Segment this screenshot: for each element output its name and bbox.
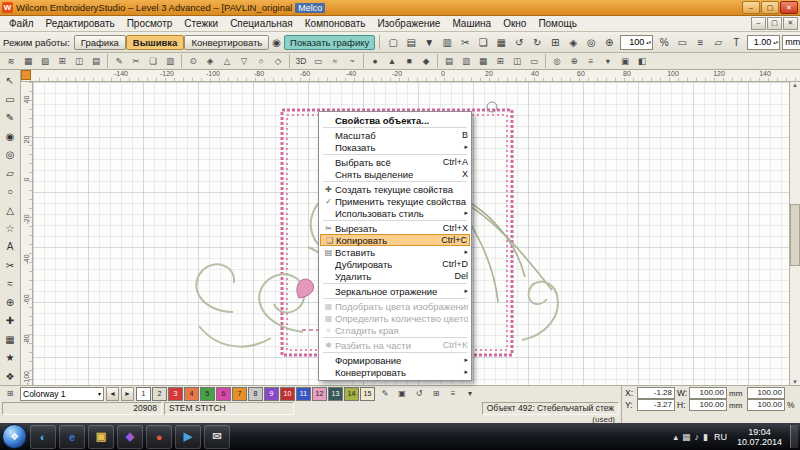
toolbar2-icon-37[interactable]: ⊕ [566, 54, 582, 69]
tool-icon-9[interactable]: A [1, 238, 20, 255]
menu-Компоновать[interactable]: Компоновать [299, 16, 372, 31]
color-chip-1[interactable]: 1 [136, 387, 151, 401]
mdi-close-button[interactable]: ✕ [783, 17, 798, 30]
toolbar2-icon-9[interactable]: ❏ [145, 54, 161, 69]
tray-icon-3[interactable]: ▮ [703, 432, 708, 442]
palette-icon-1[interactable]: ▣ [394, 386, 410, 401]
palette-grid-icon[interactable]: ⊞ [2, 386, 18, 401]
taskbar-app-icon-1[interactable]: e [59, 425, 85, 449]
toolbar2-icon-17[interactable]: ◇ [270, 54, 286, 69]
toolbar2-icon-39[interactable]: ▾ [600, 54, 616, 69]
unit-select[interactable]: mm ▾ [782, 35, 800, 50]
toolbar-icon-b4[interactable]: Т [727, 34, 745, 51]
toolbar2-icon-26[interactable]: ■ [401, 54, 417, 69]
menu-Специальная[interactable]: Специальная [224, 16, 299, 31]
context-menu-item[interactable]: Формирование▸ [320, 354, 470, 366]
taskbar-app-icon-3[interactable]: ◆ [117, 425, 143, 449]
color-chip-11[interactable]: 11 [296, 387, 311, 401]
color-chip-14[interactable]: 14 [344, 387, 359, 401]
menu-Машина[interactable]: Машина [446, 16, 497, 31]
color-chip-15[interactable]: 15 [360, 387, 375, 401]
toolbar-icon-a4[interactable]: ✂ [456, 34, 474, 51]
color-chip-13[interactable]: 13 [328, 387, 343, 401]
tool-icon-6[interactable]: ○ [1, 183, 20, 200]
toolbar2-icon-20[interactable]: ▭ [310, 54, 326, 69]
context-menu-item[interactable]: ▤Вставить▸ [320, 246, 470, 258]
toolbar-icon-a1[interactable]: ▤ [402, 34, 420, 51]
palette-next-button[interactable]: ► [121, 387, 134, 401]
taskbar-app-icon-0[interactable]: ◐ [30, 425, 56, 449]
tool-icon-3[interactable]: ◉ [1, 127, 20, 144]
menu-Изображение[interactable]: Изображение [371, 16, 446, 31]
toolbar2-icon-33[interactable]: ◫ [509, 54, 525, 69]
menu-Стежки[interactable]: Стежки [178, 16, 224, 31]
toolbar-icon-a11[interactable]: ◎ [582, 34, 600, 51]
context-menu-item[interactable]: МасштабB [320, 129, 470, 141]
tool-icon-2[interactable]: ✎ [1, 109, 20, 126]
toolbar2-icon-2[interactable]: ▧ [37, 54, 53, 69]
toolbar-icon-a10[interactable]: ◈ [564, 34, 582, 51]
colorway-select[interactable]: Colorway 1 ▾ [20, 387, 104, 401]
toolbar2-icon-29[interactable]: ▤ [441, 54, 457, 69]
tray-icon-2[interactable]: ♪ [695, 432, 700, 442]
toolbar2-icon-4[interactable]: ◫ [71, 54, 87, 69]
palette-icon-2[interactable]: ↺ [411, 386, 427, 401]
scroll-up-icon[interactable]: ▲ [792, 82, 798, 88]
toolbar2-icon-24[interactable]: ● [367, 54, 383, 69]
context-menu-item[interactable]: Снять выделениеX [320, 168, 470, 180]
mode-button-Конвертировать[interactable]: Конвертировать [184, 35, 269, 50]
context-menu-item[interactable]: Выбрать всёCtrl+A [320, 156, 470, 168]
tool-icon-10[interactable]: ✂ [1, 257, 20, 274]
toolbar2-icon-32[interactable]: ⊞ [492, 54, 508, 69]
minimize-button[interactable]: – [742, 1, 760, 14]
scroll-down-icon[interactable]: ▼ [792, 379, 798, 385]
design-view-icon[interactable]: ◉ [271, 34, 282, 51]
toolbar2-icon-3[interactable]: ⊞ [54, 54, 70, 69]
context-menu-item[interactable]: Зеркальное отражение▸ [320, 285, 470, 297]
tool-icon-5[interactable]: ▱ [1, 164, 20, 181]
mdi-minimize-button[interactable]: – [751, 17, 766, 30]
palette-icon-0[interactable]: ✎ [377, 386, 393, 401]
taskbar-app-icon-5[interactable]: ▶ [175, 425, 201, 449]
toolbar2-icon-0[interactable]: ≋ [3, 54, 19, 69]
toolbar-icon-b3[interactable]: ▱ [709, 34, 727, 51]
toolbar2-icon-8[interactable]: ✂ [128, 54, 144, 69]
color-chip-12[interactable]: 12 [312, 387, 327, 401]
context-menu-item[interactable]: Конвертировать▸ [320, 366, 470, 378]
toolbar-icon-a0[interactable]: ▢ [384, 34, 402, 51]
language-indicator[interactable]: RU [712, 432, 729, 442]
toolbar2-icon-41[interactable]: ◧ [634, 54, 650, 69]
tool-icon-4[interactable]: ◎ [1, 146, 20, 163]
color-chip-2[interactable]: 2 [152, 387, 167, 401]
toolbar2-icon-16[interactable]: ○ [253, 54, 269, 69]
mode-button-Графика[interactable]: Графика [74, 35, 126, 50]
palette-icon-3[interactable]: ⊞ [428, 386, 444, 401]
toolbar2-icon-7[interactable]: ✎ [111, 54, 127, 69]
tool-icon-13[interactable]: ✚ [1, 312, 20, 329]
show-graphics-button[interactable]: Показать графику [284, 35, 375, 50]
toolbar-icon-a12[interactable]: ⊕ [600, 34, 618, 51]
toolbar-icon-a6[interactable]: ▦ [492, 34, 510, 51]
toolbar2-icon-21[interactable]: ≈ [327, 54, 343, 69]
taskbar-app-icon-2[interactable]: ▣ [88, 425, 114, 449]
toolbar-icon-a3[interactable]: ▥ [438, 34, 456, 51]
toolbar2-icon-15[interactable]: ▽ [236, 54, 252, 69]
toolbar2-icon-38[interactable]: ≡ [583, 54, 599, 69]
toolbar2-icon-10[interactable]: ▥ [162, 54, 178, 69]
toolbar-icon-b0[interactable]: % [655, 34, 673, 51]
context-menu-item[interactable]: Использовать стиль▸ [320, 207, 470, 219]
color-chip-4[interactable]: 4 [184, 387, 199, 401]
toolbar2-icon-19[interactable]: 3D [293, 54, 309, 69]
color-chip-5[interactable]: 5 [200, 387, 215, 401]
toolbar-icon-b2[interactable]: ≡ [691, 34, 709, 51]
show-desktop-button[interactable] [790, 425, 798, 448]
close-button[interactable]: ✕ [780, 1, 798, 14]
palette-icon-5[interactable]: ▾ [462, 386, 478, 401]
toolbar2-icon-34[interactable]: ▭ [526, 54, 542, 69]
spinner-icon[interactable]: ▴▾ [646, 40, 651, 44]
context-menu-item[interactable]: ✚Создать текущие свойства [320, 183, 470, 195]
toolbar2-icon-31[interactable]: ▦ [475, 54, 491, 69]
tool-icon-14[interactable]: ▦ [1, 331, 20, 348]
toolbar2-icon-5[interactable]: ▤ [88, 54, 104, 69]
toolbar-icon-b1[interactable]: ▭ [673, 34, 691, 51]
